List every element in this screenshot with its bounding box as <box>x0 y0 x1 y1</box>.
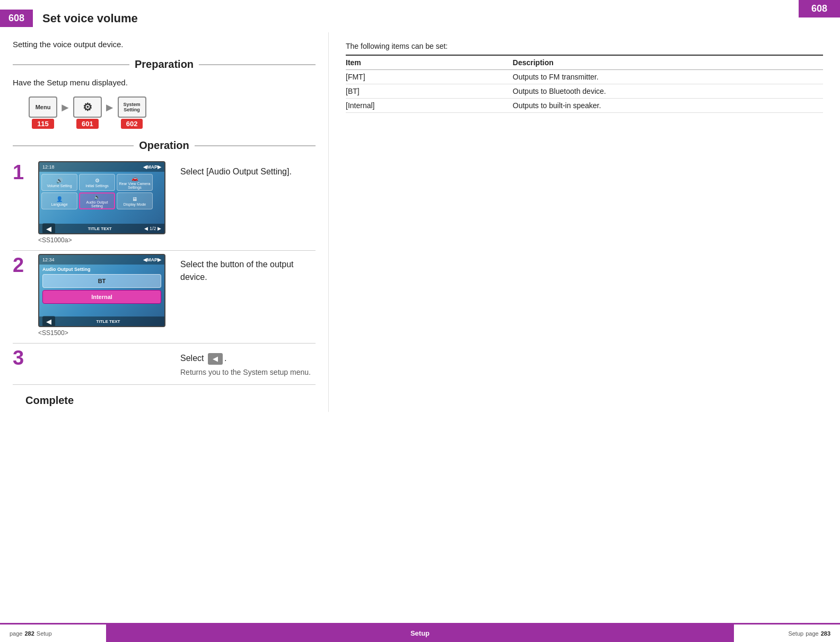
step-3-period: . <box>224 354 226 363</box>
screen2-title-text: TITLE TEXT <box>97 319 120 324</box>
step-3-select-label: Select <box>180 354 204 363</box>
op-header-line-right <box>195 145 316 146</box>
step-3-sub-desc: Returns you to the System setup menu. <box>180 367 316 378</box>
operation-header: Operation <box>13 139 316 152</box>
screen2-time: 12:34 <box>42 257 55 262</box>
page-title: Set voice volume <box>42 12 138 25</box>
bottom-left-section-label: Setup <box>37 630 52 637</box>
screen2-logo: ◀MAP▶ <box>143 257 161 262</box>
screen2-back-icon: ◀ <box>42 316 55 327</box>
step-1-caption: <SS1000a> <box>38 236 171 244</box>
bottom-right-page-num: 283 <box>821 630 830 637</box>
arrow-2: ► <box>104 101 116 125</box>
step-1-desc-text: Select [Audio Output Setting]. <box>180 165 316 178</box>
screen1-time: 12:18 <box>42 164 55 170</box>
step-number-3: 3 <box>13 348 36 368</box>
bottom-bar: page 282 Setup Setup Setup page 283 <box>0 623 840 642</box>
screen1-back-icon: ◀ <box>42 223 55 234</box>
preparation-title: Preparation <box>129 58 199 71</box>
desc-bt: Outputs to Bluetooth device. <box>513 84 823 99</box>
bottom-center: Setup <box>106 625 734 642</box>
screen2-btn-bt: BT <box>42 274 161 288</box>
prep-badge-115: 115 <box>32 119 54 129</box>
screen2-topbar: 12:34 ◀MAP▶ <box>39 255 164 265</box>
items-table: Item Description [FMT] Outputs to FM tra… <box>346 55 823 113</box>
item-internal: [Internal] <box>346 99 513 113</box>
desc-fmt: Outputs to FM transmitter. <box>513 70 823 84</box>
bottom-left-page-label: page <box>10 630 22 637</box>
settings-icon: ⚙ <box>73 96 102 118</box>
table-row: [Internal] Outputs to built-in speaker. <box>346 99 823 113</box>
step-2-screen: 12:34 ◀MAP▶ Audio Output Setting BT Inte… <box>38 254 171 337</box>
operation-area: 1 12:18 ◀MAP▶ 🔊 Volume Setting <box>13 158 316 385</box>
screen-btn-language: 👤 Language <box>41 192 77 209</box>
prep-nav-item-system: System Setting 602 <box>118 96 146 129</box>
step-3-desc-text: Select ◀. <box>180 352 316 365</box>
screen1-topbar: 12:18 ◀MAP▶ <box>39 162 164 172</box>
desc-internal: Outputs to built-in speaker. <box>513 99 823 113</box>
bottom-right-section-label: Setup <box>788 630 803 637</box>
screen1-logo: ◀MAP▶ <box>143 164 161 170</box>
back-arrow-icon-inline: ◀ <box>208 353 223 365</box>
prep-nav-item-menu: Menu 115 <box>29 96 57 129</box>
top-page-number: 608 <box>799 0 840 17</box>
prep-instruction: Have the Setup menu displayed. <box>13 78 316 87</box>
screen-btn-audio-output: 🔈 Audio Output Setting <box>79 192 115 209</box>
arrow-1: ► <box>59 101 71 125</box>
operation-title: Operation <box>134 139 194 152</box>
step-2-caption: <SS1500> <box>38 329 171 337</box>
screen2-content: Audio Output Setting BT Internal <box>39 265 164 308</box>
screen1-title-text: TITLE TEXT <box>88 226 112 231</box>
screen2-btn-internal: Internal <box>42 290 161 304</box>
step-1-desc: Select [Audio Output Setting]. <box>180 161 316 178</box>
bottom-right-page-label: page <box>806 630 818 637</box>
screen-btn-volume: 🔊 Volume Setting <box>41 174 77 191</box>
col-description: Description <box>513 55 823 70</box>
main-layout: Setting the voice output device. Prepara… <box>0 32 840 412</box>
col-item: Item <box>346 55 513 70</box>
complete-section: Complete <box>13 385 316 412</box>
screen-mockup-1: 12:18 ◀MAP▶ 🔊 Volume Setting ⚙ Initial S… <box>38 161 165 234</box>
step-3: 3 Select ◀. Returns you to the System se… <box>13 344 316 385</box>
page-number-badge: 608 <box>0 10 33 27</box>
screen1-grid: 🔊 Volume Setting ⚙ Initial Settings 🚗 Re… <box>39 172 164 212</box>
bottom-right: Setup page 283 <box>734 630 840 637</box>
screen-btn-rearview: 🚗 Rear View Camera Settings <box>117 174 153 191</box>
table-row: [BT] Outputs to Bluetooth device. <box>346 84 823 99</box>
screen2-setting-label: Audio Output Setting <box>42 267 161 272</box>
step-2: 2 12:34 ◀MAP▶ Audio Output Setting BT In… <box>13 251 316 344</box>
menu-label: Menu <box>36 104 51 110</box>
system-setting-icon: System Setting <box>118 96 146 118</box>
table-header: Item Description <box>346 55 823 70</box>
item-fmt: [FMT] <box>346 70 513 84</box>
header-line-right <box>199 64 316 65</box>
step-number-1: 1 <box>13 162 36 182</box>
screen-btn-initial: ⚙ Initial Settings <box>79 174 115 191</box>
table-body: [FMT] Outputs to FM transmitter. [BT] Ou… <box>346 70 823 113</box>
op-header-line-left <box>13 145 134 146</box>
item-bt: [BT] <box>346 84 513 99</box>
prep-badge-602: 602 <box>121 119 143 129</box>
screen1-nav: ◀ 1/2 ▶ <box>144 226 161 231</box>
screen-mockup-2: 12:34 ◀MAP▶ Audio Output Setting BT Inte… <box>38 254 165 327</box>
page-header: 608 Set voice volume <box>0 0 840 32</box>
header-line-left <box>13 64 129 65</box>
step-3-desc: Select ◀. Returns you to the System setu… <box>180 347 316 378</box>
prep-nav: Menu 115 ► ⚙ 601 ► System Setting 602 <box>29 96 316 129</box>
menu-icon: Menu <box>29 96 57 118</box>
step-number-2: 2 <box>13 255 36 275</box>
step-1: 1 12:18 ◀MAP▶ 🔊 Volume Setting <box>13 158 316 251</box>
preparation-header: Preparation <box>13 58 316 71</box>
bottom-left-page-num: 282 <box>24 630 34 637</box>
screen2-bottombar: ◀ TITLE TEXT <box>39 316 164 326</box>
prep-badge-601: 601 <box>76 119 99 129</box>
step-2-desc-text: Select the button of the output device. <box>180 258 316 284</box>
table-header-row: Item Description <box>346 55 823 70</box>
table-row: [FMT] Outputs to FM transmitter. <box>346 70 823 84</box>
intro-text: Setting the voice output device. <box>13 40 316 49</box>
step-1-screen: 12:18 ◀MAP▶ 🔊 Volume Setting ⚙ Initial S… <box>38 161 171 244</box>
step-2-desc: Select the button of the output device. <box>180 254 316 284</box>
bottom-center-label: Setup <box>410 629 430 637</box>
bottom-left: page 282 Setup <box>0 630 106 637</box>
prep-nav-item-settings: ⚙ 601 <box>73 96 102 129</box>
